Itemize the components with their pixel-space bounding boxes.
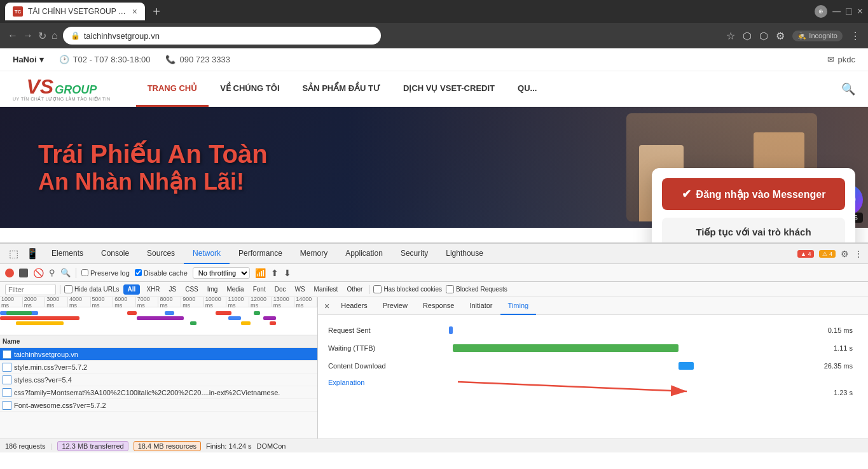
preserve-log-checkbox[interactable]: Preserve log bbox=[81, 269, 130, 277]
tab-bar: TC TÀI CHÍNH VSETGROUP – Uy tín... × + ⊕… bbox=[0, 0, 868, 23]
filter-media[interactable]: Media bbox=[224, 286, 246, 293]
inspect-element-icon[interactable]: ⬚ bbox=[5, 248, 22, 260]
bookmark-icon[interactable]: ☆ bbox=[726, 30, 735, 42]
filter-xhr[interactable]: XHR bbox=[144, 286, 162, 293]
filter-other[interactable]: Other bbox=[344, 286, 365, 293]
tab-application[interactable]: Application bbox=[336, 244, 392, 264]
filter-doc[interactable]: Doc bbox=[272, 286, 289, 293]
filter-font[interactable]: Font bbox=[251, 286, 268, 293]
tab-response[interactable]: Response bbox=[415, 297, 462, 315]
preserve-log-input[interactable] bbox=[81, 269, 88, 276]
close-btn[interactable]: × bbox=[857, 6, 863, 17]
tab-console[interactable]: Console bbox=[92, 244, 138, 264]
clear-btn[interactable]: 🚫 bbox=[33, 268, 44, 278]
filter-input[interactable] bbox=[5, 284, 56, 295]
requests-count: 186 requests bbox=[5, 442, 46, 450]
tab-network[interactable]: Network bbox=[184, 244, 230, 264]
table-row[interactable]: style.min.css?ver=5.7.2 bbox=[0, 361, 317, 374]
home-btn[interactable]: ⌂ bbox=[52, 30, 58, 41]
explanation-link[interactable]: Explanation bbox=[328, 379, 365, 386]
tab-lighthouse[interactable]: Lighthouse bbox=[437, 244, 492, 264]
tab-security[interactable]: Security bbox=[392, 244, 437, 264]
reload-btn[interactable]: ↻ bbox=[38, 30, 46, 42]
url-text: taichinhvsetgroup.vn bbox=[84, 31, 160, 41]
timing-ttfb-label: Waiting (TTFB) bbox=[328, 344, 430, 352]
nav-san-pham[interactable]: SẢN PHẨM ĐẦU TƯ bbox=[291, 71, 392, 107]
hide-data-urls-input[interactable] bbox=[64, 285, 72, 293]
filter-icon[interactable]: ⚲ bbox=[49, 268, 55, 277]
disable-cache-checkbox[interactable]: Disable cache bbox=[135, 269, 188, 277]
nav-dich-vu[interactable]: DỊCH VỤ VSET-CREDIT bbox=[392, 71, 506, 107]
tab-initiator[interactable]: Initiator bbox=[462, 297, 500, 315]
filter-ws[interactable]: WS bbox=[292, 286, 307, 293]
import-icon[interactable]: ⬆ bbox=[271, 268, 279, 278]
record-btn[interactable] bbox=[5, 269, 14, 277]
filter-manifest[interactable]: Manifest bbox=[312, 286, 341, 293]
extension-icon2[interactable]: ⬡ bbox=[759, 30, 768, 42]
timeline-bar-7 bbox=[165, 311, 174, 315]
search-icon[interactable]: 🔍 bbox=[60, 268, 71, 277]
blocked-cookies-input[interactable] bbox=[373, 285, 382, 293]
filter-sep1 bbox=[60, 285, 60, 294]
tab-elements[interactable]: Elements bbox=[43, 244, 92, 264]
extension-puzzle-icon[interactable]: ⚙ bbox=[776, 30, 785, 42]
blocked-requests-input[interactable] bbox=[446, 285, 454, 293]
extension-icon1[interactable]: ⬡ bbox=[743, 30, 752, 42]
device-toggle-icon[interactable]: 📱 bbox=[22, 248, 43, 260]
table-row[interactable]: Font-awesome.css?ver=5.7.2 bbox=[0, 399, 317, 412]
devtools-more-icon[interactable]: ⋮ bbox=[854, 249, 863, 259]
filter-css[interactable]: CSS bbox=[183, 286, 201, 293]
location-selector[interactable]: HaNoi ▾ bbox=[13, 55, 44, 64]
tab-preview[interactable]: Preview bbox=[375, 297, 415, 315]
filter-js[interactable]: JS bbox=[167, 286, 179, 293]
tab-timing[interactable]: Timing bbox=[500, 297, 537, 315]
filter-img[interactable]: Img bbox=[205, 286, 221, 293]
blocked-cookies-checkbox[interactable]: Has blocked cookies bbox=[373, 285, 442, 293]
timeline-ruler: 1000 ms 2000 ms 3000 ms 4000 ms 5000 ms … bbox=[0, 297, 317, 307]
tab-sources[interactable]: Sources bbox=[138, 244, 184, 264]
tab-memory[interactable]: Memory bbox=[291, 244, 336, 264]
network-conditions-icon[interactable]: 📶 bbox=[255, 268, 266, 278]
site-logo[interactable]: VS GROUP UY TÍN CHẤT LƯỢNG LÀM TÀO NIỀM … bbox=[13, 76, 111, 102]
filter-all-btn[interactable]: All bbox=[123, 284, 141, 295]
tab-performance[interactable]: Performance bbox=[230, 244, 291, 264]
table-row[interactable]: taichinhvsetgroup.vn bbox=[0, 348, 317, 361]
timeline-bar-13 bbox=[263, 316, 276, 320]
hide-data-urls-checkbox[interactable]: Hide data URLs bbox=[64, 285, 120, 293]
table-row[interactable]: styles.css?ver=5.4 bbox=[0, 374, 317, 386]
location-dropdown-icon: ▾ bbox=[39, 55, 44, 64]
disable-cache-input[interactable] bbox=[135, 269, 142, 276]
back-btn[interactable]: ← bbox=[8, 30, 18, 41]
blocked-requests-checkbox[interactable]: Blocked Requests bbox=[446, 285, 507, 293]
messenger-guest-btn[interactable]: Tiếp tục với vai trò khách bbox=[662, 218, 845, 242]
transferred-size: 12.3 MB transferred bbox=[57, 441, 128, 451]
table-row[interactable]: css?family=Montserrat%3A100%2C100italic%… bbox=[0, 386, 317, 399]
menu-icon[interactable]: ⋮ bbox=[850, 30, 860, 42]
tab-headers[interactable]: Headers bbox=[333, 297, 375, 315]
req-type-icon bbox=[3, 350, 11, 359]
new-tab-btn[interactable]: + bbox=[148, 3, 165, 20]
messenger-login-btn[interactable]: ✔ Đăng nhập vào Messenger bbox=[662, 178, 845, 210]
messenger-popup: ✔ Đăng nhập vào Messenger Tiếp tục với v… bbox=[652, 168, 855, 242]
maximize-btn[interactable]: □ bbox=[846, 6, 852, 17]
timeline-bar-5 bbox=[127, 311, 137, 315]
throttle-select[interactable]: No throttling bbox=[193, 267, 250, 279]
site-search-icon[interactable]: 🔍 bbox=[841, 82, 855, 96]
site-navbar: VS GROUP UY TÍN CHẤT LƯỢNG LÀM TÀO NIỀM … bbox=[0, 71, 868, 107]
devtools-tabs: ⬚ 📱 Elements Console Sources Network Per… bbox=[0, 244, 868, 264]
req-type-icon bbox=[3, 375, 11, 384]
address-input[interactable]: 🔒 taichinhvsetgroup.vn bbox=[63, 27, 381, 45]
nav-ve-chung-toi[interactable]: VỀ CHÚNG TÔI bbox=[209, 71, 291, 107]
devtools-panel: ⬚ 📱 Elements Console Sources Network Per… bbox=[0, 242, 868, 452]
stop-recording-btn[interactable] bbox=[19, 269, 28, 277]
forward-btn[interactable]: → bbox=[23, 30, 33, 41]
export-icon[interactable]: ⬇ bbox=[284, 268, 291, 278]
nav-trang-chu[interactable]: TRANG CHỦ bbox=[136, 71, 209, 107]
tab-close-btn[interactable]: × bbox=[132, 6, 137, 17]
devtools-settings-icon[interactable]: ⚙ bbox=[841, 249, 849, 259]
req-type-icon bbox=[3, 401, 11, 410]
minimize-btn[interactable]: ─ bbox=[832, 5, 841, 18]
active-tab[interactable]: TC TÀI CHÍNH VSETGROUP – Uy tín... × bbox=[5, 3, 145, 20]
nav-other[interactable]: QU... bbox=[506, 71, 548, 107]
detail-close-btn[interactable]: × bbox=[320, 301, 333, 311]
